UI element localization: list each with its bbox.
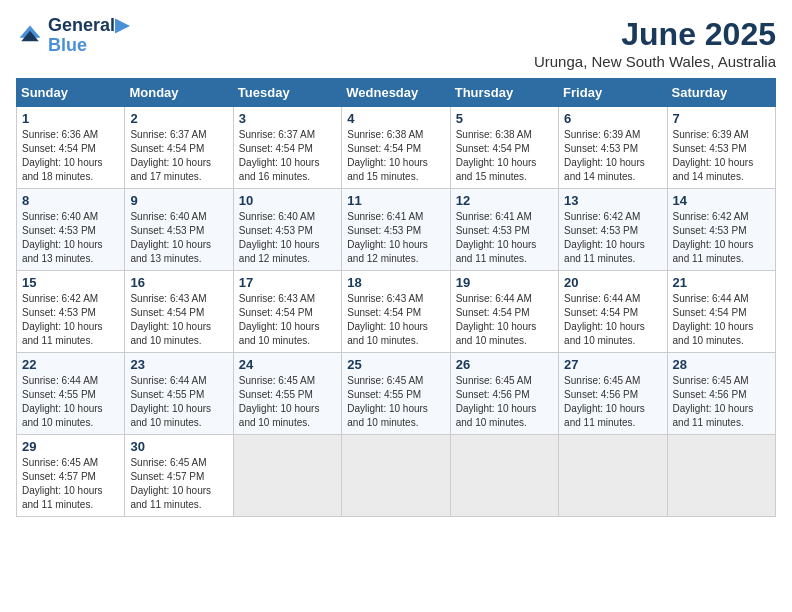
day-number: 21 xyxy=(673,275,770,290)
calendar-cell: 10Sunrise: 6:40 AMSunset: 4:53 PMDayligh… xyxy=(233,189,341,271)
calendar-cell: 14Sunrise: 6:42 AMSunset: 4:53 PMDayligh… xyxy=(667,189,775,271)
day-info: Sunrise: 6:43 AMSunset: 4:54 PMDaylight:… xyxy=(347,292,444,348)
day-number: 16 xyxy=(130,275,227,290)
day-number: 12 xyxy=(456,193,553,208)
title-block: June 2025 Urunga, New South Wales, Austr… xyxy=(534,16,776,70)
day-info: Sunrise: 6:40 AMSunset: 4:53 PMDaylight:… xyxy=(22,210,119,266)
logo: General▶ Blue xyxy=(16,16,129,56)
day-number: 17 xyxy=(239,275,336,290)
day-number: 25 xyxy=(347,357,444,372)
day-number: 22 xyxy=(22,357,119,372)
day-info: Sunrise: 6:38 AMSunset: 4:54 PMDaylight:… xyxy=(456,128,553,184)
day-info: Sunrise: 6:41 AMSunset: 4:53 PMDaylight:… xyxy=(456,210,553,266)
day-number: 28 xyxy=(673,357,770,372)
page-header: General▶ Blue June 2025 Urunga, New Sout… xyxy=(16,16,776,70)
calendar-cell: 26Sunrise: 6:45 AMSunset: 4:56 PMDayligh… xyxy=(450,353,558,435)
weekday-header-friday: Friday xyxy=(559,79,667,107)
calendar-cell xyxy=(342,435,450,517)
day-number: 13 xyxy=(564,193,661,208)
calendar-cell: 25Sunrise: 6:45 AMSunset: 4:55 PMDayligh… xyxy=(342,353,450,435)
calendar-cell: 8Sunrise: 6:40 AMSunset: 4:53 PMDaylight… xyxy=(17,189,125,271)
day-info: Sunrise: 6:45 AMSunset: 4:56 PMDaylight:… xyxy=(456,374,553,430)
calendar-cell: 22Sunrise: 6:44 AMSunset: 4:55 PMDayligh… xyxy=(17,353,125,435)
calendar-week-4: 22Sunrise: 6:44 AMSunset: 4:55 PMDayligh… xyxy=(17,353,776,435)
day-info: Sunrise: 6:42 AMSunset: 4:53 PMDaylight:… xyxy=(22,292,119,348)
calendar-cell: 27Sunrise: 6:45 AMSunset: 4:56 PMDayligh… xyxy=(559,353,667,435)
day-info: Sunrise: 6:44 AMSunset: 4:55 PMDaylight:… xyxy=(22,374,119,430)
calendar-cell: 6Sunrise: 6:39 AMSunset: 4:53 PMDaylight… xyxy=(559,107,667,189)
day-info: Sunrise: 6:39 AMSunset: 4:53 PMDaylight:… xyxy=(564,128,661,184)
calendar-cell: 29Sunrise: 6:45 AMSunset: 4:57 PMDayligh… xyxy=(17,435,125,517)
day-number: 6 xyxy=(564,111,661,126)
calendar-cell: 4Sunrise: 6:38 AMSunset: 4:54 PMDaylight… xyxy=(342,107,450,189)
calendar-cell: 3Sunrise: 6:37 AMSunset: 4:54 PMDaylight… xyxy=(233,107,341,189)
calendar-cell: 5Sunrise: 6:38 AMSunset: 4:54 PMDaylight… xyxy=(450,107,558,189)
day-number: 7 xyxy=(673,111,770,126)
day-number: 27 xyxy=(564,357,661,372)
weekday-header-saturday: Saturday xyxy=(667,79,775,107)
weekday-header-monday: Monday xyxy=(125,79,233,107)
day-info: Sunrise: 6:44 AMSunset: 4:54 PMDaylight:… xyxy=(673,292,770,348)
calendar-cell: 30Sunrise: 6:45 AMSunset: 4:57 PMDayligh… xyxy=(125,435,233,517)
weekday-header-tuesday: Tuesday xyxy=(233,79,341,107)
calendar-header-row: SundayMondayTuesdayWednesdayThursdayFrid… xyxy=(17,79,776,107)
day-number: 14 xyxy=(673,193,770,208)
day-number: 18 xyxy=(347,275,444,290)
day-info: Sunrise: 6:42 AMSunset: 4:53 PMDaylight:… xyxy=(564,210,661,266)
day-info: Sunrise: 6:40 AMSunset: 4:53 PMDaylight:… xyxy=(239,210,336,266)
day-info: Sunrise: 6:45 AMSunset: 4:55 PMDaylight:… xyxy=(239,374,336,430)
weekday-header-wednesday: Wednesday xyxy=(342,79,450,107)
calendar-cell xyxy=(233,435,341,517)
calendar-cell: 17Sunrise: 6:43 AMSunset: 4:54 PMDayligh… xyxy=(233,271,341,353)
calendar-cell: 15Sunrise: 6:42 AMSunset: 4:53 PMDayligh… xyxy=(17,271,125,353)
calendar-cell: 23Sunrise: 6:44 AMSunset: 4:55 PMDayligh… xyxy=(125,353,233,435)
day-number: 4 xyxy=(347,111,444,126)
calendar-cell: 20Sunrise: 6:44 AMSunset: 4:54 PMDayligh… xyxy=(559,271,667,353)
day-info: Sunrise: 6:43 AMSunset: 4:54 PMDaylight:… xyxy=(239,292,336,348)
calendar-cell: 19Sunrise: 6:44 AMSunset: 4:54 PMDayligh… xyxy=(450,271,558,353)
calendar-cell: 2Sunrise: 6:37 AMSunset: 4:54 PMDaylight… xyxy=(125,107,233,189)
calendar-table: SundayMondayTuesdayWednesdayThursdayFrid… xyxy=(16,78,776,517)
day-number: 19 xyxy=(456,275,553,290)
day-number: 8 xyxy=(22,193,119,208)
day-number: 29 xyxy=(22,439,119,454)
day-number: 3 xyxy=(239,111,336,126)
calendar-body: 1Sunrise: 6:36 AMSunset: 4:54 PMDaylight… xyxy=(17,107,776,517)
calendar-cell: 1Sunrise: 6:36 AMSunset: 4:54 PMDaylight… xyxy=(17,107,125,189)
day-info: Sunrise: 6:43 AMSunset: 4:54 PMDaylight:… xyxy=(130,292,227,348)
day-info: Sunrise: 6:44 AMSunset: 4:54 PMDaylight:… xyxy=(564,292,661,348)
day-info: Sunrise: 6:44 AMSunset: 4:55 PMDaylight:… xyxy=(130,374,227,430)
day-number: 30 xyxy=(130,439,227,454)
calendar-cell: 16Sunrise: 6:43 AMSunset: 4:54 PMDayligh… xyxy=(125,271,233,353)
day-info: Sunrise: 6:45 AMSunset: 4:56 PMDaylight:… xyxy=(673,374,770,430)
day-number: 2 xyxy=(130,111,227,126)
day-info: Sunrise: 6:41 AMSunset: 4:53 PMDaylight:… xyxy=(347,210,444,266)
day-info: Sunrise: 6:45 AMSunset: 4:55 PMDaylight:… xyxy=(347,374,444,430)
day-info: Sunrise: 6:44 AMSunset: 4:54 PMDaylight:… xyxy=(456,292,553,348)
calendar-cell: 24Sunrise: 6:45 AMSunset: 4:55 PMDayligh… xyxy=(233,353,341,435)
day-info: Sunrise: 6:40 AMSunset: 4:53 PMDaylight:… xyxy=(130,210,227,266)
day-number: 5 xyxy=(456,111,553,126)
day-number: 20 xyxy=(564,275,661,290)
month-title: June 2025 xyxy=(534,16,776,53)
calendar-cell xyxy=(450,435,558,517)
day-info: Sunrise: 6:45 AMSunset: 4:57 PMDaylight:… xyxy=(130,456,227,512)
day-info: Sunrise: 6:38 AMSunset: 4:54 PMDaylight:… xyxy=(347,128,444,184)
day-info: Sunrise: 6:37 AMSunset: 4:54 PMDaylight:… xyxy=(239,128,336,184)
logo-icon xyxy=(16,22,44,50)
calendar-cell: 18Sunrise: 6:43 AMSunset: 4:54 PMDayligh… xyxy=(342,271,450,353)
calendar-week-1: 1Sunrise: 6:36 AMSunset: 4:54 PMDaylight… xyxy=(17,107,776,189)
calendar-week-2: 8Sunrise: 6:40 AMSunset: 4:53 PMDaylight… xyxy=(17,189,776,271)
calendar-cell: 7Sunrise: 6:39 AMSunset: 4:53 PMDaylight… xyxy=(667,107,775,189)
day-info: Sunrise: 6:39 AMSunset: 4:53 PMDaylight:… xyxy=(673,128,770,184)
day-info: Sunrise: 6:42 AMSunset: 4:53 PMDaylight:… xyxy=(673,210,770,266)
day-number: 9 xyxy=(130,193,227,208)
calendar-cell: 9Sunrise: 6:40 AMSunset: 4:53 PMDaylight… xyxy=(125,189,233,271)
calendar-cell xyxy=(559,435,667,517)
calendar-cell: 28Sunrise: 6:45 AMSunset: 4:56 PMDayligh… xyxy=(667,353,775,435)
day-number: 26 xyxy=(456,357,553,372)
day-number: 1 xyxy=(22,111,119,126)
day-number: 24 xyxy=(239,357,336,372)
calendar-cell xyxy=(667,435,775,517)
location: Urunga, New South Wales, Australia xyxy=(534,53,776,70)
